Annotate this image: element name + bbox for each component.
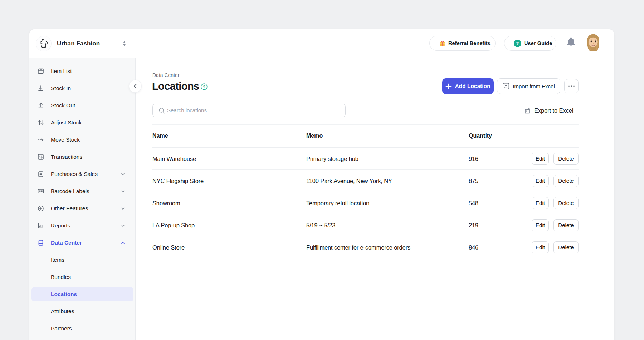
svg-text:?: ? [203,85,205,89]
svg-text:?: ? [516,41,519,46]
